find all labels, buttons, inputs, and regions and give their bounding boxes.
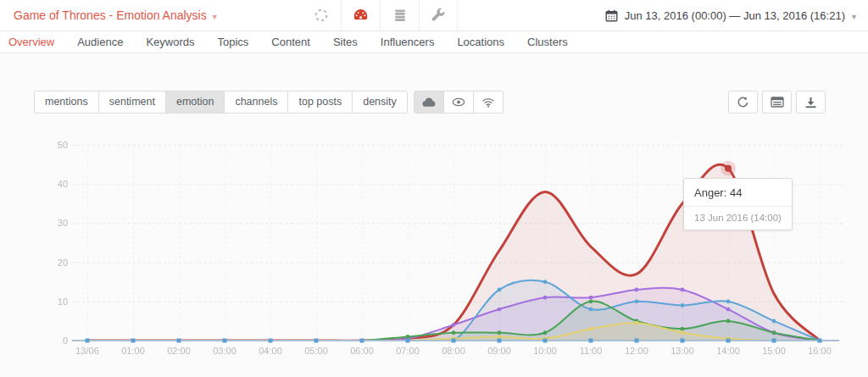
chart-toolbar	[728, 91, 826, 114]
tab-content[interactable]: Content	[271, 36, 310, 48]
date-range-text: Jun 13, 2016 (00:00) — Jun 13, 2016 (16:…	[625, 9, 845, 22]
chevron-down-icon: ▾	[852, 10, 856, 21]
tab-topics[interactable]: Topics	[217, 36, 248, 48]
wrench-icon	[431, 8, 446, 23]
wifi-icon	[481, 97, 495, 108]
chevron-down-icon: ▾	[213, 10, 217, 21]
view-button-mentions[interactable]: mentions	[34, 91, 99, 114]
database-icon	[393, 8, 407, 23]
chart-view-switcher: mentions sentiment emotion channels top …	[34, 91, 504, 114]
table-view-button[interactable]	[762, 91, 792, 114]
header-icon-bar	[302, 0, 458, 30]
tab-locations[interactable]: Locations	[457, 36, 504, 48]
download-button[interactable]	[796, 91, 826, 114]
tab-clusters[interactable]: Clusters	[527, 36, 568, 48]
view-button-emotion[interactable]: emotion	[165, 91, 225, 114]
view-button-channels[interactable]: channels	[224, 91, 288, 114]
calendar-icon	[605, 9, 618, 22]
tab-sites[interactable]: Sites	[333, 36, 358, 48]
chart-tooltip: Anger: 44 13 Jun 2016 (14:00)	[683, 178, 793, 230]
top-header: Game of Thrones - Emotion Analysis ▾	[0, 0, 868, 31]
tooltip-value: Anger: 44	[684, 179, 792, 206]
dashboard-gauge-button[interactable]	[341, 0, 380, 30]
display-mode-switcher	[414, 91, 504, 114]
tab-overview[interactable]: Overview	[8, 36, 54, 48]
view-button-sentiment[interactable]: sentiment	[98, 91, 166, 114]
date-range-picker[interactable]: Jun 13, 2016 (00:00) — Jun 13, 2016 (16:…	[605, 0, 856, 30]
tab-influencers[interactable]: Influencers	[381, 36, 435, 48]
tab-audience[interactable]: Audience	[77, 36, 123, 48]
settings-button[interactable]	[419, 0, 458, 30]
gauge-icon	[353, 8, 369, 23]
eye-mode-button[interactable]	[443, 91, 474, 114]
section-navbar: Overview Audience Keywords Topics Conten…	[0, 31, 868, 53]
chart-panel: mentions sentiment emotion channels top …	[0, 54, 868, 377]
view-button-top-posts[interactable]: top posts	[287, 91, 353, 114]
download-icon	[804, 97, 817, 108]
storage-button[interactable]	[380, 0, 419, 30]
page-title: Game of Thrones - Emotion Analysis	[14, 8, 207, 22]
cloud-icon	[422, 97, 436, 108]
tooltip-date: 13 Jun 2016 (14:00)	[684, 206, 792, 230]
eye-icon	[452, 97, 465, 107]
table-icon	[771, 97, 784, 108]
refresh-spinner-button[interactable]	[302, 0, 341, 30]
view-button-density[interactable]: density	[352, 91, 408, 114]
emotion-chart-canvas[interactable]	[0, 127, 868, 377]
wifi-mode-button[interactable]	[473, 91, 504, 114]
spinner-icon	[314, 8, 329, 23]
cloud-mode-button[interactable]	[414, 91, 444, 114]
refresh-icon	[737, 96, 749, 108]
tab-keywords[interactable]: Keywords	[146, 36, 194, 48]
project-title-dropdown[interactable]: Game of Thrones - Emotion Analysis ▾	[14, 0, 217, 30]
refresh-chart-button[interactable]	[728, 91, 758, 114]
